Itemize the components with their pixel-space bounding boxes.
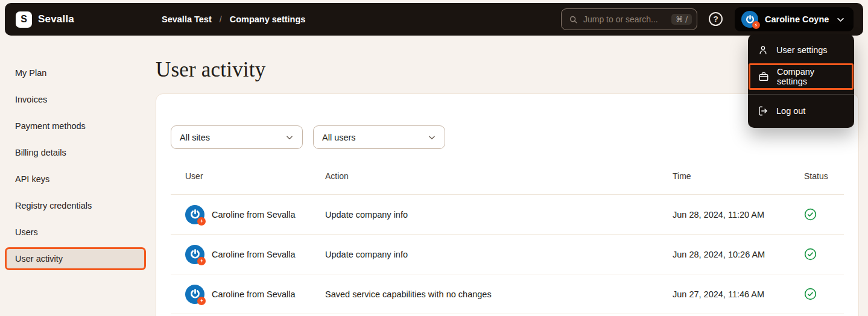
brand-name: Sevalla <box>38 13 74 25</box>
sidebar-item-payment-methods[interactable]: Payment methods <box>5 115 146 137</box>
menu-item-log-out[interactable]: Log out <box>748 99 854 123</box>
avatar <box>185 245 204 264</box>
breadcrumb-page[interactable]: Company settings <box>230 14 306 24</box>
sidebar-item-users[interactable]: Users <box>5 221 146 244</box>
user-cell-name: Caroline from Sevalla <box>212 210 296 220</box>
sidebar-item-billing-details[interactable]: Billing details <box>5 141 146 164</box>
time-cell: Jun 28, 2024, 10:26 AM <box>658 250 790 259</box>
brand[interactable]: S Sevalla <box>16 3 74 36</box>
menu-item-user-settings[interactable]: User settings <box>748 38 854 62</box>
global-search[interactable]: ⌘ / <box>561 8 697 30</box>
column-header-status: Status <box>790 171 844 181</box>
sidebar-item-registry-credentials[interactable]: Registry credentials <box>5 194 146 217</box>
search-icon <box>569 15 578 24</box>
search-input[interactable] <box>583 14 666 24</box>
logout-icon <box>757 106 768 117</box>
lightning-badge-icon <box>752 21 760 29</box>
chevron-down-icon <box>428 133 436 142</box>
sidebar-item-invoices[interactable]: Invoices <box>5 88 146 111</box>
table-row: Caroline from Sevalla Saved service capa… <box>171 274 844 314</box>
briefcase-icon <box>758 71 769 83</box>
chevron-down-icon <box>836 15 845 24</box>
avatar <box>185 205 204 224</box>
time-cell: Jun 28, 2024, 11:20 AM <box>658 210 790 220</box>
user-icon <box>757 45 768 56</box>
users-filter-value: All users <box>322 133 356 142</box>
status-cell <box>790 248 844 261</box>
highlight-outline: Company settings <box>749 63 854 90</box>
filters-row: All sites All users <box>171 125 844 149</box>
user-cell-name: Caroline from Sevalla <box>212 250 296 259</box>
breadcrumb-project[interactable]: Sevalla Test <box>162 14 212 24</box>
column-header-action: Action <box>311 171 658 181</box>
activity-table: User Action Time Status Caroline from Se… <box>171 171 844 314</box>
avatar <box>741 11 758 28</box>
search-shortcut-badge: ⌘ / <box>671 14 692 25</box>
sidebar-item-api-keys[interactable]: API keys <box>5 168 146 191</box>
settings-sidebar: My Plan Invoices Payment methods Billing… <box>5 62 146 274</box>
breadcrumb-separator: / <box>220 14 222 24</box>
table-row: Caroline from Sevalla Update company inf… <box>171 195 844 235</box>
column-header-user: User <box>171 171 311 181</box>
user-cell-name: Caroline from Sevalla <box>212 289 296 299</box>
chevron-down-icon <box>285 133 294 142</box>
lightning-badge-icon <box>197 257 206 265</box>
success-status-icon <box>804 208 817 221</box>
table-header-row: User Action Time Status <box>171 171 844 195</box>
user-dropdown-menu: User settings Company settings Log out <box>748 34 854 128</box>
time-cell: Jun 27, 2024, 11:46 AM <box>658 289 790 299</box>
sidebar-item-user-activity[interactable]: User activity <box>5 247 146 270</box>
action-cell: Saved service capabilities with no chang… <box>311 289 658 299</box>
user-menu-button[interactable]: Caroline Coyne <box>735 7 854 31</box>
sevalla-logo-icon: S <box>16 11 32 28</box>
sidebar-item-my-plan[interactable]: My Plan <box>5 62 146 84</box>
avatar <box>185 285 204 304</box>
menu-item-company-settings[interactable]: Company settings <box>750 65 852 88</box>
status-cell <box>790 208 844 221</box>
menu-item-label: Company settings <box>777 67 844 86</box>
menu-item-label: User settings <box>776 45 828 55</box>
column-header-time: Time <box>658 171 790 181</box>
success-status-icon <box>804 248 817 261</box>
success-status-icon <box>804 288 817 300</box>
help-symbol: ? <box>713 14 718 24</box>
sites-filter-value: All sites <box>180 133 210 142</box>
status-cell <box>790 288 844 300</box>
users-filter-select[interactable]: All users <box>313 125 445 149</box>
breadcrumb: Sevalla Test / Company settings <box>162 3 305 36</box>
action-cell: Update company info <box>311 210 658 220</box>
user-name: Caroline Coyne <box>765 14 829 24</box>
page-title: User activity <box>156 58 265 82</box>
table-row: Caroline from Sevalla Update company inf… <box>171 235 844 274</box>
lightning-badge-icon <box>197 297 206 305</box>
sites-filter-select[interactable]: All sites <box>171 125 303 149</box>
menu-divider <box>748 94 854 95</box>
help-icon[interactable]: ? <box>709 12 723 26</box>
menu-item-label: Log out <box>776 106 805 116</box>
action-cell: Update company info <box>311 250 658 259</box>
lightning-badge-icon <box>197 217 206 226</box>
top-navigation-bar: S Sevalla Sevalla Test / Company setting… <box>5 3 863 36</box>
